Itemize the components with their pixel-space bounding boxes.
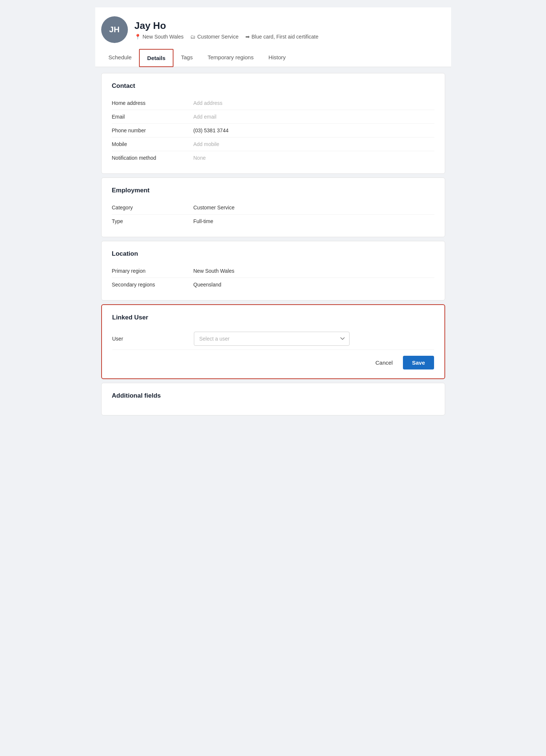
meta-category-text: Customer Service [197, 34, 238, 40]
action-row: Cancel Save [112, 350, 434, 369]
tab-tags[interactable]: Tags [173, 49, 200, 67]
category-row: Category Customer Service [112, 201, 434, 215]
profile-header: JH Jay Ho 📍 New South Wales 🗂 Customer S… [95, 7, 451, 49]
contact-title: Contact [112, 82, 434, 90]
additional-fields-title: Additional fields [112, 392, 434, 399]
notification-value[interactable]: None [193, 155, 434, 161]
page-container: JH Jay Ho 📍 New South Wales 🗂 Customer S… [95, 7, 451, 422]
avatar: JH [101, 16, 128, 43]
meta-location-text: New South Wales [143, 34, 184, 40]
mobile-row: Mobile Add mobile [112, 137, 434, 151]
employment-section: Employment Category Customer Service Typ… [101, 178, 445, 237]
cancel-button[interactable]: Cancel [370, 357, 399, 369]
meta-location: 📍 New South Wales [135, 34, 184, 40]
location-title: Location [112, 250, 434, 258]
user-select[interactable]: Select a user [194, 332, 350, 346]
profile-name: Jay Ho [135, 20, 319, 32]
tab-history[interactable]: History [261, 49, 293, 67]
user-row: User Select a user [112, 328, 434, 350]
email-row: Email Add email [112, 110, 434, 124]
profile-info: Jay Ho 📍 New South Wales 🗂 Customer Serv… [135, 20, 319, 40]
phone-value[interactable]: (03) 5381 3744 [193, 127, 434, 133]
home-address-value[interactable]: Add address [193, 100, 434, 106]
save-button[interactable]: Save [403, 356, 434, 369]
linked-user-title: Linked User [112, 314, 434, 321]
tab-temporary-regions[interactable]: Temporary regions [200, 49, 261, 67]
linked-user-section: Linked User User Select a user Cancel Sa… [101, 304, 445, 379]
mobile-label: Mobile [112, 141, 193, 147]
type-label: Type [112, 218, 193, 224]
user-select-wrapper: Select a user [194, 332, 434, 346]
email-label: Email [112, 114, 193, 120]
tab-schedule[interactable]: Schedule [101, 49, 139, 67]
location-section: Location Primary region New South Wales … [101, 241, 445, 301]
phone-label: Phone number [112, 127, 193, 133]
primary-region-label: Primary region [112, 268, 193, 274]
tab-bar: Schedule Details Tags Temporary regions … [95, 49, 451, 67]
profile-meta: 📍 New South Wales 🗂 Customer Service ➡ B… [135, 34, 319, 40]
briefcase-icon: 🗂 [190, 34, 195, 40]
location-icon: 📍 [135, 34, 141, 40]
category-value: Customer Service [193, 205, 434, 210]
email-value[interactable]: Add email [193, 114, 434, 120]
secondary-regions-row: Secondary regions Queensland [112, 278, 434, 291]
phone-row: Phone number (03) 5381 3744 [112, 124, 434, 137]
secondary-regions-label: Secondary regions [112, 282, 193, 288]
primary-region-row: Primary region New South Wales [112, 264, 434, 278]
contact-section: Contact Home address Add address Email A… [101, 73, 445, 174]
meta-badges-text: Blue card, First aid certificate [252, 34, 319, 40]
notification-label: Notification method [112, 155, 193, 161]
home-address-row: Home address Add address [112, 96, 434, 110]
primary-region-value: New South Wales [193, 268, 434, 274]
badge-icon: ➡ [245, 34, 250, 40]
type-row: Type Full-time [112, 215, 434, 228]
tab-details[interactable]: Details [139, 49, 173, 67]
home-address-label: Home address [112, 100, 193, 106]
secondary-regions-value: Queensland [193, 282, 434, 288]
meta-category: 🗂 Customer Service [190, 34, 238, 40]
user-label: User [112, 336, 194, 342]
main-content: Contact Home address Add address Email A… [95, 67, 451, 422]
meta-badges: ➡ Blue card, First aid certificate [245, 34, 319, 40]
notification-row: Notification method None [112, 151, 434, 165]
mobile-value[interactable]: Add mobile [193, 141, 434, 147]
category-label: Category [112, 205, 193, 210]
type-value: Full-time [193, 218, 434, 224]
employment-title: Employment [112, 187, 434, 194]
additional-fields-section: Additional fields [101, 383, 445, 415]
